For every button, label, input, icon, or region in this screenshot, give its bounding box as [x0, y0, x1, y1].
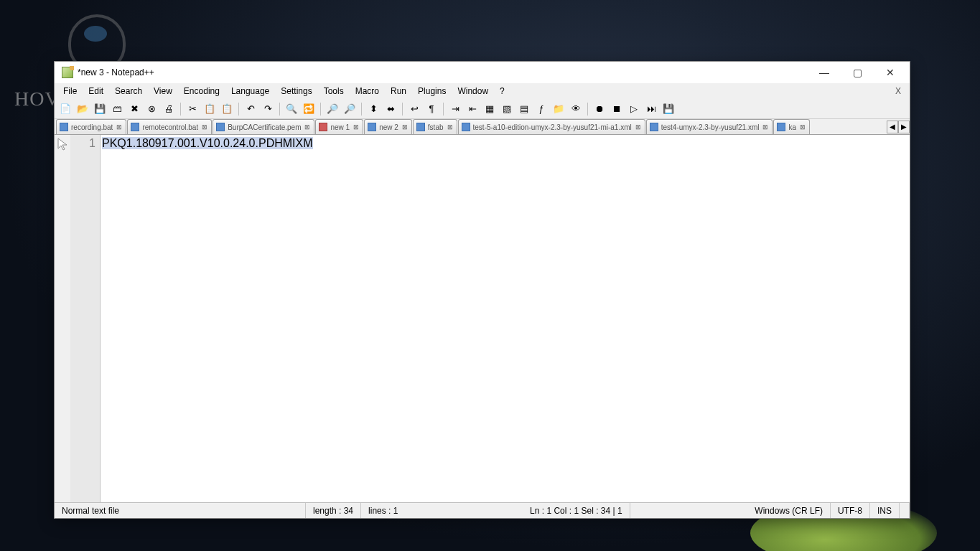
toolbar-folder-button[interactable]: 📁 [551, 101, 566, 117]
toolbar-save-button[interactable]: 💾 [92, 101, 108, 117]
toolbar-new-button[interactable]: 📄 [57, 101, 73, 117]
tab-2[interactable]: BurpCACertificate.pem⊠ [213, 119, 314, 134]
toolbar-monitor-button[interactable]: 👁 [568, 101, 584, 117]
menu-macro[interactable]: Macro [350, 85, 385, 98]
tab-3[interactable]: new 1⊠ [315, 119, 363, 134]
toolbar-separator [402, 103, 403, 116]
toolbar-replace-button[interactable]: 🔁 [301, 101, 317, 117]
menu-view[interactable]: View [148, 85, 178, 98]
tab-1[interactable]: remotecontrol.bat⊠ [127, 119, 212, 134]
fold-icon: ▦ [484, 103, 495, 115]
toolbar-print-button[interactable]: 🖨 [161, 101, 177, 117]
toolbar-rec-button[interactable]: ⏺ [592, 101, 607, 117]
file-icon [131, 123, 139, 131]
toolbar-paste-button[interactable]: 📋 [219, 101, 235, 117]
status-grip[interactable] [900, 503, 910, 518]
tab-close-icon[interactable]: ⊠ [799, 123, 806, 131]
folder-icon: 📁 [553, 103, 564, 115]
status-insert-mode[interactable]: INS [870, 503, 900, 518]
tab-8[interactable]: ka⊠ [773, 119, 810, 134]
minimize-button[interactable]: — [808, 62, 841, 83]
toolbar-play-multi-button[interactable]: ⏭ [643, 101, 659, 117]
toolbar-zoom-in-button[interactable]: 🔎 [325, 101, 340, 117]
maximize-button[interactable]: ▢ [841, 62, 874, 83]
titlebar[interactable]: *new 3 - Notepad++ — ▢ ✕ [55, 62, 910, 83]
tab-scroll-left[interactable]: ◀ [887, 121, 898, 133]
toolbar-find-button[interactable]: 🔍 [284, 101, 299, 117]
toolbar-save-macro-button[interactable]: 💾 [661, 101, 676, 117]
toolbar-outdent-button[interactable]: ⇤ [465, 101, 480, 117]
tab-label: ka [788, 123, 796, 131]
file-icon [216, 123, 225, 131]
menubar-close-x[interactable]: X [890, 86, 907, 96]
toolbar-sync-v-button[interactable]: ⬍ [365, 101, 381, 117]
menu-search[interactable]: Search [109, 85, 148, 98]
file-icon [650, 123, 658, 131]
toolbar-zoom-out-button[interactable]: 🔎 [342, 101, 358, 117]
code-area[interactable]: PKQ1.180917.001.V10.0.24.0.PDHMIXM [101, 135, 910, 502]
toolbar-stop-button[interactable]: ⏹ [609, 101, 625, 117]
menu-run[interactable]: Run [385, 85, 412, 98]
code-line-1[interactable]: PKQ1.180917.001.V10.0.24.0.PDHMIXM [102, 137, 313, 149]
status-position: Ln : 1 Col : 1 Sel : 34 | 1 [523, 503, 630, 518]
toolbar-sync-h-button[interactable]: ⬌ [383, 101, 398, 117]
toolbar-separator [279, 103, 280, 116]
tab-5[interactable]: fstab⊠ [413, 119, 457, 134]
toolbar-doc-map-button[interactable]: ▤ [516, 101, 532, 117]
menu-tools[interactable]: Tools [318, 85, 350, 98]
status-eol[interactable]: Windows (CR LF) [747, 503, 831, 518]
undo-icon: ↶ [245, 103, 256, 115]
tab-close-icon[interactable]: ⊠ [116, 123, 123, 131]
print-icon: 🖨 [163, 103, 174, 115]
tab-label: new 1 [330, 123, 350, 131]
menu-encoding[interactable]: Encoding [178, 85, 225, 98]
tab-close-icon[interactable]: ⊠ [762, 123, 769, 131]
statusbar: Normal text file length : 34 lines : 1 L… [55, 502, 910, 518]
menu-settings[interactable]: Settings [275, 85, 317, 98]
toolbar-play-button[interactable]: ▷ [626, 101, 642, 117]
outdent-icon: ⇤ [467, 103, 478, 115]
tab-close-icon[interactable]: ⊠ [401, 123, 409, 131]
toolbar-redo-button[interactable]: ↷ [260, 101, 276, 117]
toolbar-save-all-button[interactable]: 🗃 [109, 101, 125, 117]
file-icon [60, 123, 68, 131]
menu-language[interactable]: Language [225, 85, 275, 98]
toolbar-indent-button[interactable]: ⇥ [447, 101, 463, 117]
toolbar-func-list-button[interactable]: ƒ [533, 101, 549, 117]
sync-v-icon: ⬍ [368, 103, 379, 115]
doc-map-icon: ▤ [518, 103, 530, 115]
tab-close-icon[interactable]: ⊠ [635, 123, 642, 131]
toolbar-fold-button[interactable]: ▦ [482, 101, 498, 117]
toolbar-cut-button[interactable]: ✂ [185, 101, 200, 117]
toolbar-undo-button[interactable]: ↶ [243, 101, 258, 117]
close-all-icon: ⊗ [146, 103, 157, 115]
menu-help[interactable]: ? [494, 85, 510, 98]
status-encoding[interactable]: UTF-8 [831, 503, 870, 518]
tab-label: test4-umyx-2.3-by-yusuf21.xml [661, 123, 760, 131]
tab-0[interactable]: recording.bat⊠ [56, 119, 126, 134]
toolbar-unfold-button[interactable]: ▧ [499, 101, 515, 117]
tab-label: remotecontrol.bat [142, 123, 198, 131]
find-icon: 🔍 [286, 103, 297, 115]
tab-close-icon[interactable]: ⊠ [447, 123, 454, 131]
tab-7[interactable]: test4-umyx-2.3-by-yusuf21.xml⊠ [646, 119, 773, 134]
tab-close-icon[interactable]: ⊠ [304, 123, 311, 131]
toolbar-close-all-button[interactable]: ⊗ [144, 101, 159, 117]
toolbar-copy-button[interactable]: 📋 [202, 101, 218, 117]
wrap-icon: ↩ [409, 103, 420, 115]
toolbar-open-button[interactable]: 📂 [75, 101, 90, 117]
menu-file[interactable]: File [57, 85, 83, 98]
toolbar-show-all-button[interactable]: ¶ [424, 101, 439, 117]
menu-window[interactable]: Window [452, 85, 494, 98]
menu-edit[interactable]: Edit [83, 85, 109, 98]
tab-scroll-right[interactable]: ▶ [898, 121, 910, 133]
toolbar-close-button[interactable]: ✖ [126, 101, 142, 117]
menu-plugins[interactable]: Plugins [412, 85, 452, 98]
close-button[interactable]: ✕ [874, 62, 907, 83]
toolbar-wrap-button[interactable]: ↩ [406, 101, 422, 117]
tab-4[interactable]: new 2⊠ [364, 119, 412, 134]
tab-close-icon[interactable]: ⊠ [353, 123, 360, 131]
play-multi-icon: ⏭ [645, 103, 657, 115]
tab-close-icon[interactable]: ⊠ [201, 123, 208, 131]
tab-6[interactable]: test-5-a10-edition-umyx-2.3-by-yusuf21-m… [458, 119, 645, 134]
